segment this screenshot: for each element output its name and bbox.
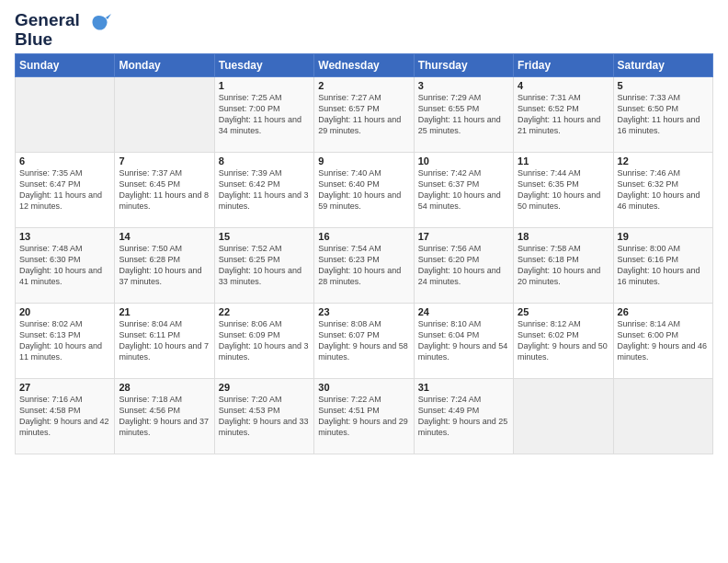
day-detail: Sunrise: 8:08 AMSunset: 6:07 PMDaylight:… — [318, 318, 409, 363]
day-detail: Sunrise: 8:14 AMSunset: 6:00 PMDaylight:… — [618, 318, 709, 363]
day-number: 25 — [518, 306, 609, 317]
day-detail: Sunrise: 7:25 AMSunset: 7:00 PMDaylight:… — [219, 92, 310, 137]
calendar-cell: 12Sunrise: 7:46 AMSunset: 6:32 PMDayligh… — [613, 152, 712, 227]
week-row-1: 1Sunrise: 7:25 AMSunset: 7:00 PMDaylight… — [16, 76, 713, 152]
week-row-5: 27Sunrise: 7:16 AMSunset: 4:58 PMDayligh… — [16, 378, 713, 454]
day-number: 20 — [19, 306, 110, 317]
day-number: 1 — [219, 80, 310, 91]
page: General Blue SundayMondayTuesdayWednesda… — [0, 0, 728, 563]
calendar-cell: 3Sunrise: 7:29 AMSunset: 6:55 PMDaylight… — [414, 76, 513, 152]
calendar-cell: 17Sunrise: 7:56 AMSunset: 6:20 PMDayligh… — [414, 227, 513, 303]
day-number: 29 — [219, 382, 310, 393]
day-detail: Sunrise: 7:48 AMSunset: 6:30 PMDaylight:… — [19, 243, 110, 288]
week-row-3: 13Sunrise: 7:48 AMSunset: 6:30 PMDayligh… — [16, 227, 713, 303]
day-detail: Sunrise: 7:37 AMSunset: 6:45 PMDaylight:… — [119, 167, 210, 213]
day-detail: Sunrise: 7:29 AMSunset: 6:55 PMDaylight:… — [418, 92, 509, 137]
day-number: 21 — [119, 306, 210, 317]
calendar-cell — [115, 76, 214, 152]
day-detail: Sunrise: 7:56 AMSunset: 6:20 PMDaylight:… — [418, 243, 509, 288]
day-header-thursday: Thursday — [414, 53, 513, 76]
calendar-cell: 29Sunrise: 7:20 AMSunset: 4:53 PMDayligh… — [214, 378, 313, 454]
day-number: 14 — [119, 231, 210, 242]
calendar-table: SundayMondayTuesdayWednesdayThursdayFrid… — [15, 53, 713, 454]
calendar-cell: 4Sunrise: 7:31 AMSunset: 6:52 PMDaylight… — [514, 76, 613, 152]
day-number: 23 — [318, 306, 409, 317]
calendar-cell: 20Sunrise: 8:02 AMSunset: 6:13 PMDayligh… — [16, 303, 115, 378]
calendar-cell: 13Sunrise: 7:48 AMSunset: 6:30 PMDayligh… — [16, 227, 115, 303]
day-number: 5 — [618, 80, 709, 91]
week-row-2: 6Sunrise: 7:35 AMSunset: 6:47 PMDaylight… — [16, 152, 713, 227]
calendar-cell: 23Sunrise: 8:08 AMSunset: 6:07 PMDayligh… — [314, 303, 414, 378]
day-detail: Sunrise: 7:46 AMSunset: 6:32 PMDaylight:… — [618, 167, 709, 213]
calendar-cell: 11Sunrise: 7:44 AMSunset: 6:35 PMDayligh… — [514, 152, 613, 227]
calendar-cell: 16Sunrise: 7:54 AMSunset: 6:23 PMDayligh… — [314, 227, 414, 303]
day-detail: Sunrise: 7:40 AMSunset: 6:40 PMDaylight:… — [318, 167, 409, 213]
calendar-cell: 2Sunrise: 7:27 AMSunset: 6:57 PMDaylight… — [314, 76, 414, 152]
calendar-cell: 22Sunrise: 8:06 AMSunset: 6:09 PMDayligh… — [214, 303, 313, 378]
day-detail: Sunrise: 8:06 AMSunset: 6:09 PMDaylight:… — [219, 318, 310, 363]
day-detail: Sunrise: 8:02 AMSunset: 6:13 PMDaylight:… — [19, 318, 110, 363]
header: General Blue — [15, 11, 713, 50]
day-detail: Sunrise: 7:20 AMSunset: 4:53 PMDaylight:… — [219, 394, 310, 439]
day-detail: Sunrise: 7:35 AMSunset: 6:47 PMDaylight:… — [19, 167, 110, 213]
calendar-cell: 27Sunrise: 7:16 AMSunset: 4:58 PMDayligh… — [16, 378, 115, 454]
day-detail: Sunrise: 7:31 AMSunset: 6:52 PMDaylight:… — [518, 92, 609, 137]
day-detail: Sunrise: 7:16 AMSunset: 4:58 PMDaylight:… — [19, 394, 110, 439]
day-detail: Sunrise: 7:22 AMSunset: 4:51 PMDaylight:… — [318, 394, 409, 439]
day-number: 19 — [618, 231, 709, 242]
day-detail: Sunrise: 7:39 AMSunset: 6:42 PMDaylight:… — [219, 167, 310, 213]
day-number: 12 — [618, 155, 709, 167]
day-header-wednesday: Wednesday — [314, 53, 414, 76]
calendar-cell — [514, 378, 613, 454]
day-number: 26 — [618, 306, 709, 317]
day-number: 30 — [318, 382, 409, 393]
day-header-friday: Friday — [514, 53, 613, 76]
day-detail: Sunrise: 7:42 AMSunset: 6:37 PMDaylight:… — [418, 167, 509, 213]
day-detail: Sunrise: 7:33 AMSunset: 6:50 PMDaylight:… — [618, 92, 709, 137]
day-number: 27 — [19, 382, 110, 393]
day-number: 7 — [119, 155, 210, 167]
day-number: 9 — [318, 155, 409, 167]
calendar-cell: 18Sunrise: 7:58 AMSunset: 6:18 PMDayligh… — [514, 227, 613, 303]
day-number: 13 — [19, 231, 110, 242]
day-header-monday: Monday — [115, 53, 214, 76]
day-number: 28 — [119, 382, 210, 393]
logo: General Blue — [15, 11, 111, 50]
calendar-cell: 30Sunrise: 7:22 AMSunset: 4:51 PMDayligh… — [314, 378, 414, 454]
day-number: 6 — [19, 155, 110, 167]
calendar-cell: 14Sunrise: 7:50 AMSunset: 6:28 PMDayligh… — [115, 227, 214, 303]
calendar-cell: 6Sunrise: 7:35 AMSunset: 6:47 PMDaylight… — [16, 152, 115, 227]
calendar-cell: 15Sunrise: 7:52 AMSunset: 6:25 PMDayligh… — [214, 227, 313, 303]
calendar-cell: 10Sunrise: 7:42 AMSunset: 6:37 PMDayligh… — [414, 152, 513, 227]
day-number: 3 — [418, 80, 509, 91]
calendar-cell: 19Sunrise: 8:00 AMSunset: 6:16 PMDayligh… — [613, 227, 712, 303]
day-detail: Sunrise: 7:54 AMSunset: 6:23 PMDaylight:… — [318, 243, 409, 288]
day-header-sunday: Sunday — [16, 53, 115, 76]
calendar-cell: 31Sunrise: 7:24 AMSunset: 4:49 PMDayligh… — [414, 378, 513, 454]
day-number: 31 — [418, 382, 509, 393]
day-number: 16 — [318, 231, 409, 242]
calendar-cell: 28Sunrise: 7:18 AMSunset: 4:56 PMDayligh… — [115, 378, 214, 454]
day-number: 24 — [418, 306, 509, 317]
calendar-cell: 24Sunrise: 8:10 AMSunset: 6:04 PMDayligh… — [414, 303, 513, 378]
day-number: 2 — [318, 80, 409, 91]
day-detail: Sunrise: 7:58 AMSunset: 6:18 PMDaylight:… — [518, 243, 609, 288]
day-detail: Sunrise: 7:52 AMSunset: 6:25 PMDaylight:… — [219, 243, 310, 288]
day-number: 18 — [518, 231, 609, 242]
day-detail: Sunrise: 8:10 AMSunset: 6:04 PMDaylight:… — [418, 318, 509, 363]
calendar-header-row: SundayMondayTuesdayWednesdayThursdayFrid… — [16, 53, 713, 76]
calendar-cell: 8Sunrise: 7:39 AMSunset: 6:42 PMDaylight… — [214, 152, 313, 227]
day-header-tuesday: Tuesday — [214, 53, 313, 76]
calendar-cell: 9Sunrise: 7:40 AMSunset: 6:40 PMDaylight… — [314, 152, 414, 227]
day-number: 10 — [418, 155, 509, 167]
day-number: 4 — [518, 80, 609, 91]
day-detail: Sunrise: 7:50 AMSunset: 6:28 PMDaylight:… — [119, 243, 210, 288]
week-row-4: 20Sunrise: 8:02 AMSunset: 6:13 PMDayligh… — [16, 303, 713, 378]
calendar-cell: 1Sunrise: 7:25 AMSunset: 7:00 PMDaylight… — [214, 76, 313, 152]
day-number: 22 — [219, 306, 310, 317]
day-detail: Sunrise: 8:00 AMSunset: 6:16 PMDaylight:… — [618, 243, 709, 288]
day-number: 15 — [219, 231, 310, 242]
calendar-cell: 5Sunrise: 7:33 AMSunset: 6:50 PMDaylight… — [613, 76, 712, 152]
calendar-cell: 25Sunrise: 8:12 AMSunset: 6:02 PMDayligh… — [514, 303, 613, 378]
calendar-cell: 7Sunrise: 7:37 AMSunset: 6:45 PMDaylight… — [115, 152, 214, 227]
